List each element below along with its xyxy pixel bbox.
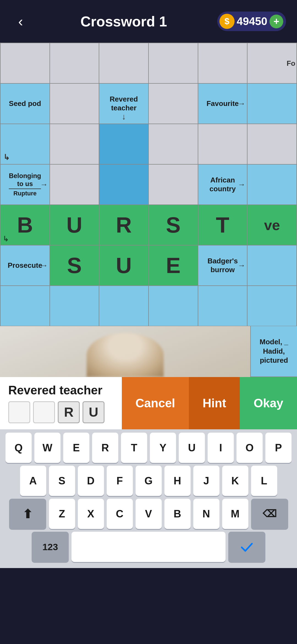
key-Q[interactable]: Q [6, 433, 32, 463]
keyboard-row-3: ⬆ Z X C V B N M ⌫ [2, 499, 295, 529]
cell-5-0[interactable]: Prosecute → [1, 245, 50, 286]
cell-0-3 [149, 43, 198, 84]
cell-5-5 [248, 245, 297, 286]
cell-1-1 [50, 84, 100, 124]
key-K[interactable]: K [222, 466, 248, 496]
cell-2-2 [99, 124, 149, 165]
key-P[interactable]: P [265, 433, 292, 463]
coin-icon: $ [219, 14, 235, 29]
okay-button[interactable]: Okay [240, 377, 297, 429]
cell-2-0: ↳ [1, 124, 50, 165]
key-H[interactable]: H [164, 466, 191, 496]
crossword-grid: Fo Seed pod Revered teacher ↓ Favourite … [0, 43, 297, 326]
crossword-grid-area: Fo Seed pod Revered teacher ↓ Favourite … [0, 43, 297, 326]
key-B[interactable]: B [164, 499, 191, 529]
coin-amount: 49450 [237, 15, 267, 28]
add-coins-button[interactable]: + [270, 15, 283, 28]
letter-U: U [67, 212, 82, 238]
numbers-label: 123 [42, 542, 58, 552]
cell-5-2: U [99, 245, 149, 286]
key-Y[interactable]: Y [150, 433, 176, 463]
space-key[interactable] [72, 532, 226, 562]
clue-revered-teacher: Revered teacher [101, 95, 146, 112]
letter-S2: S [67, 253, 82, 278]
cell-1-2[interactable]: Revered teacher ↓ [99, 84, 149, 124]
cell-3-0[interactable]: Belongingto us Rupture → [1, 165, 50, 205]
letter-B: B [17, 212, 33, 238]
letter-R: R [116, 212, 132, 238]
letter-U2: U [116, 253, 132, 278]
key-L[interactable]: L [251, 466, 277, 496]
key-A[interactable]: A [20, 466, 46, 496]
clue-seed-pod: Seed pod [9, 99, 41, 108]
clue-rupture: Rupture [9, 189, 41, 197]
hint-model-clue: Model, _Hadid,pictured [260, 337, 288, 365]
letter-box-4: U [82, 401, 105, 423]
key-N[interactable]: N [193, 499, 219, 529]
cell-2-3 [149, 124, 198, 165]
key-V[interactable]: V [136, 499, 162, 529]
shift-key[interactable]: ⬆ [9, 499, 46, 529]
cancel-button[interactable]: Cancel [122, 377, 189, 429]
letter-T: T [216, 212, 229, 238]
back-button[interactable]: ‹ [11, 12, 30, 31]
backspace-key[interactable]: ⌫ [251, 499, 288, 529]
key-J[interactable]: J [193, 466, 219, 496]
cell-6-0 [1, 286, 50, 326]
cell-0-2 [99, 43, 149, 84]
cell-2-1 [50, 124, 100, 165]
letter-box-3: R [58, 401, 80, 423]
cell-1-3 [149, 84, 198, 124]
cell-1-0[interactable]: Seed pod [1, 84, 50, 124]
key-X[interactable]: X [78, 499, 104, 529]
cell-1-4[interactable]: Favourite → [198, 84, 248, 124]
truncated-clue: Fo [287, 59, 296, 67]
letter-boxes-row: R U [8, 401, 114, 423]
key-O[interactable]: O [237, 433, 263, 463]
hint-image-area: Model, _Hadid,pictured [0, 326, 297, 377]
cell-6-4 [198, 286, 248, 326]
cell-3-4[interactable]: African country → [198, 165, 248, 205]
cell-0-4 [198, 43, 248, 84]
cell-3-3 [149, 165, 198, 205]
key-G[interactable]: G [136, 466, 162, 496]
key-R[interactable]: R [92, 433, 118, 463]
cell-2-5 [248, 124, 297, 165]
key-T[interactable]: T [121, 433, 147, 463]
coin-badge: $ 49450 + [217, 12, 286, 31]
keyboard-row-4: 123 [2, 532, 295, 562]
key-U[interactable]: U [179, 433, 205, 463]
letter-box-1 [8, 401, 30, 423]
key-M[interactable]: M [222, 499, 248, 529]
letter-S: S [166, 212, 180, 238]
hint-button[interactable]: Hint [189, 377, 240, 429]
backspace-icon: ⌫ [263, 508, 277, 520]
key-E[interactable]: E [63, 433, 89, 463]
cell-2-4 [198, 124, 248, 165]
clue-belonging: Belongingto us [9, 172, 41, 188]
letter-box-2 [33, 401, 55, 423]
hint-right-clue: Model, _Hadid,pictured [250, 326, 297, 377]
key-Z[interactable]: Z [49, 499, 75, 529]
back-icon: ‹ [18, 13, 23, 30]
top-bar: ‹ Crossword 1 $ 49450 + [0, 0, 297, 43]
cell-4-0: ↳ B [1, 205, 50, 245]
keyboard-row-2: A S D F G H J K L [2, 466, 295, 496]
letter-ve: ve [264, 217, 280, 233]
cell-4-5: ve [248, 205, 297, 245]
return-key[interactable] [228, 532, 265, 562]
key-S[interactable]: S [49, 466, 75, 496]
key-W[interactable]: W [34, 433, 61, 463]
cell-4-3: S [149, 205, 198, 245]
active-clue-text: Revered teacher [8, 383, 114, 397]
cell-5-1: S [50, 245, 100, 286]
key-D[interactable]: D [78, 466, 104, 496]
action-buttons: Cancel Hint Okay [122, 377, 297, 429]
key-I[interactable]: I [208, 433, 234, 463]
cell-5-4[interactable]: Badger's burrow → [198, 245, 248, 286]
person-image [87, 333, 164, 377]
numbers-key[interactable]: 123 [32, 532, 69, 562]
cell-4-1: U [50, 205, 100, 245]
key-F[interactable]: F [107, 466, 133, 496]
key-C[interactable]: C [107, 499, 133, 529]
